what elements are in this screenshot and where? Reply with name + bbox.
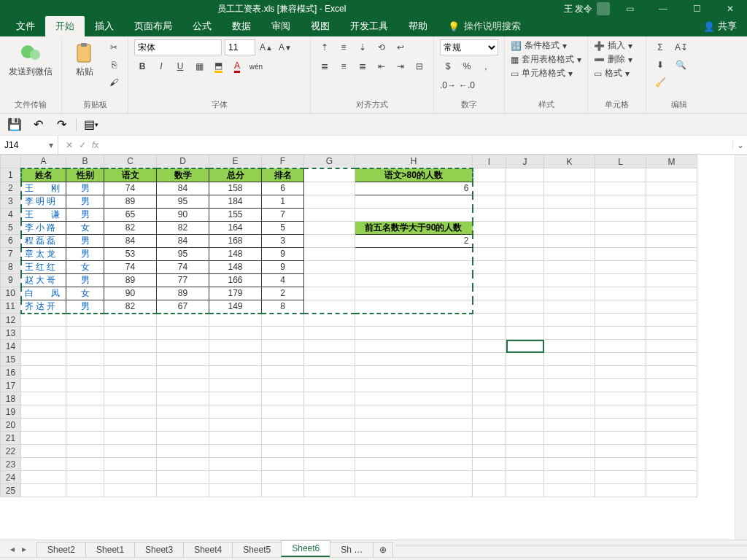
- cell-H12[interactable]: [355, 314, 473, 327]
- cell-K16[interactable]: [544, 366, 595, 379]
- cell-G8[interactable]: [304, 260, 355, 273]
- cell-A3[interactable]: 李 明 明: [21, 195, 66, 208]
- cell-I9[interactable]: [473, 273, 506, 287]
- cell-I15[interactable]: [473, 353, 506, 366]
- conditional-format-button[interactable]: 🔢条件格式▾: [511, 39, 581, 52]
- col-header-M[interactable]: M: [646, 155, 697, 168]
- cell-C10[interactable]: 90: [104, 287, 157, 300]
- cell-K10[interactable]: [544, 287, 595, 300]
- orientation-button[interactable]: ⟲: [374, 39, 390, 55]
- cell-L20[interactable]: [595, 419, 646, 432]
- cell-A21[interactable]: [21, 432, 66, 445]
- inc-decimal-button[interactable]: .0→: [440, 77, 456, 93]
- cell-C14[interactable]: [104, 340, 157, 353]
- tab-help[interactable]: 帮助: [398, 16, 438, 36]
- tab-formulas[interactable]: 公式: [182, 16, 222, 36]
- cell-F1[interactable]: 排名: [262, 168, 304, 182]
- cell-E17[interactable]: [209, 379, 262, 392]
- sheet-tab-Sheet1[interactable]: Sheet1: [85, 542, 135, 557]
- cell-E11[interactable]: 149: [209, 300, 262, 314]
- cell-E20[interactable]: [209, 419, 262, 432]
- cell-E5[interactable]: 164: [209, 221, 262, 234]
- cell-J3[interactable]: [506, 195, 544, 208]
- cell-L17[interactable]: [595, 379, 646, 392]
- cell-A6[interactable]: 程 磊 磊: [21, 234, 66, 247]
- cell-D2[interactable]: 84: [157, 182, 209, 195]
- cell-C3[interactable]: 89: [104, 195, 157, 208]
- sheet-nav-prev[interactable]: ◂: [10, 544, 15, 554]
- phonetic-button[interactable]: wén: [248, 58, 264, 74]
- cell-I7[interactable]: [473, 247, 506, 260]
- cell-G13[interactable]: [304, 327, 355, 340]
- cell-D19[interactable]: [157, 405, 209, 419]
- cell-K1[interactable]: [544, 168, 595, 182]
- cell-C21[interactable]: [104, 432, 157, 445]
- cell-E6[interactable]: 168: [209, 234, 262, 247]
- cell-F5[interactable]: 5: [262, 221, 304, 234]
- cell-I19[interactable]: [473, 405, 506, 419]
- cell-A9[interactable]: 赵 大 哥: [21, 273, 66, 287]
- tab-insert[interactable]: 插入: [85, 16, 124, 36]
- cell-A11[interactable]: 齐 达 开: [21, 300, 66, 314]
- send-wechat-button[interactable]: 发送到微信: [6, 39, 55, 79]
- cell-D9[interactable]: 77: [157, 273, 209, 287]
- table-format-button[interactable]: ▦套用表格格式▾: [511, 53, 581, 66]
- row-header-24[interactable]: 24: [1, 471, 21, 484]
- cell-B21[interactable]: [66, 432, 104, 445]
- cell-A19[interactable]: [21, 405, 66, 419]
- cell-D5[interactable]: 82: [157, 221, 209, 234]
- cell-L11[interactable]: [595, 300, 646, 314]
- cell-L25[interactable]: [595, 484, 646, 497]
- fill-color-button[interactable]: ⬒: [210, 58, 226, 74]
- cell-L13[interactable]: [595, 327, 646, 340]
- cell-D3[interactable]: 95: [157, 195, 209, 208]
- cell-C22[interactable]: [104, 445, 157, 458]
- cell-M12[interactable]: [646, 314, 697, 327]
- align-middle-button[interactable]: ≡: [336, 39, 352, 55]
- cell-K24[interactable]: [544, 471, 595, 484]
- cell-M14[interactable]: [646, 340, 697, 353]
- cell-E21[interactable]: [209, 432, 262, 445]
- cell-M9[interactable]: [646, 273, 697, 287]
- cell-K17[interactable]: [544, 379, 595, 392]
- cell-D17[interactable]: [157, 379, 209, 392]
- cell-C11[interactable]: 82: [104, 300, 157, 314]
- format-cells-button[interactable]: ▭格式▾: [594, 67, 640, 79]
- cell-H22[interactable]: [355, 445, 473, 458]
- cell-L15[interactable]: [595, 353, 646, 366]
- col-header-A[interactable]: A: [21, 155, 66, 168]
- cell-J14[interactable]: [506, 340, 544, 353]
- row-header-15[interactable]: 15: [1, 353, 21, 366]
- cell-D20[interactable]: [157, 419, 209, 432]
- cell-H25[interactable]: [355, 484, 473, 497]
- cell-L21[interactable]: [595, 432, 646, 445]
- cell-H18[interactable]: [355, 392, 473, 405]
- cell-I1[interactable]: [473, 168, 506, 182]
- row-header-4[interactable]: 4: [1, 208, 21, 221]
- cell-B11[interactable]: 男: [66, 300, 104, 314]
- cell-B13[interactable]: [66, 327, 104, 340]
- cell-M15[interactable]: [646, 353, 697, 366]
- cell-K12[interactable]: [544, 314, 595, 327]
- align-left-button[interactable]: ≣: [317, 58, 333, 74]
- cell-I16[interactable]: [473, 366, 506, 379]
- cell-M17[interactable]: [646, 379, 697, 392]
- cell-I20[interactable]: [473, 419, 506, 432]
- cell-I13[interactable]: [473, 327, 506, 340]
- cell-K18[interactable]: [544, 392, 595, 405]
- cell-K13[interactable]: [544, 327, 595, 340]
- row-header-20[interactable]: 20: [1, 419, 21, 432]
- minimize-button[interactable]: —: [646, 0, 680, 18]
- paste-button[interactable]: 粘贴: [68, 39, 101, 79]
- cell-B16[interactable]: [66, 366, 104, 379]
- autosum-button[interactable]: Σ: [652, 39, 668, 55]
- cell-J18[interactable]: [506, 392, 544, 405]
- tab-dev[interactable]: 开发工具: [340, 16, 398, 36]
- indent-dec-button[interactable]: ⇤: [374, 58, 390, 74]
- cell-F17[interactable]: [262, 379, 304, 392]
- cell-E1[interactable]: 总分: [209, 168, 262, 182]
- cell-L10[interactable]: [595, 287, 646, 300]
- row-header-14[interactable]: 14: [1, 340, 21, 353]
- delete-cells-button[interactable]: ➖删除▾: [594, 53, 640, 66]
- redo-button[interactable]: ↷: [53, 116, 70, 133]
